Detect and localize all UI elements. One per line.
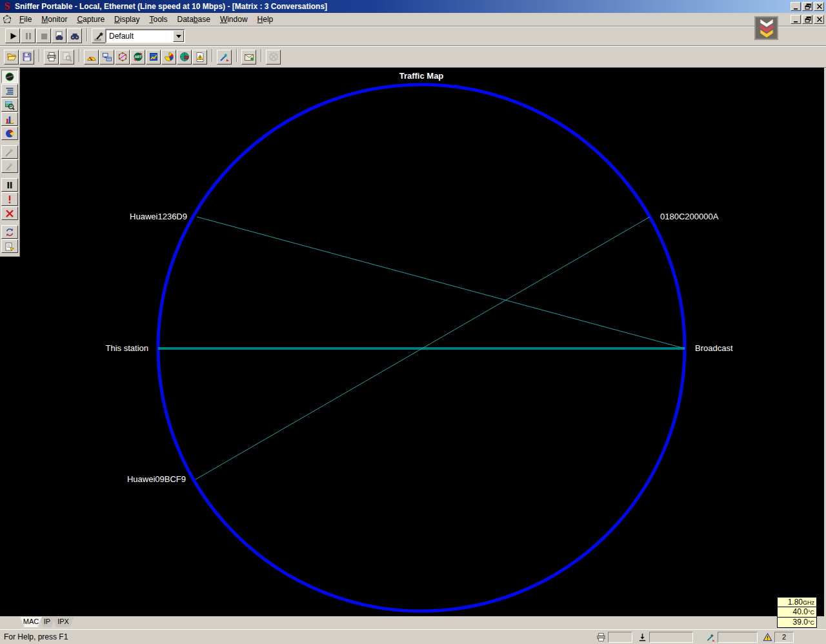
open-file-button[interactable]: [4, 50, 19, 65]
expert-status-icon: [706, 632, 716, 642]
tab-ipx[interactable]: IPX: [52, 617, 74, 627]
matrix-child-icon[interactable]: [2, 14, 12, 25]
menu-tools[interactable]: Tools: [145, 14, 172, 25]
pause-view-button[interactable]: [1, 178, 18, 192]
print-button[interactable]: [44, 50, 59, 65]
conversation-line-huawei1236d9-broadcast[interactable]: [197, 217, 685, 348]
minimize-button[interactable]: [791, 2, 801, 11]
capture-panel-button[interactable]: [217, 50, 232, 65]
sniffer-logo-icon: S: [2, 1, 12, 12]
history-samples-button[interactable]: [146, 50, 161, 65]
menu-window[interactable]: Window: [216, 14, 253, 25]
app-window: S Sniffer Portable - Local, Ethernet (Li…: [0, 0, 826, 644]
node-label-huawei1236d9[interactable]: Huawei1236D9: [130, 212, 187, 221]
update-arrows-button[interactable]: [1, 225, 18, 239]
host-table-button[interactable]: [99, 50, 114, 65]
stop-and-display-button[interactable]: [52, 28, 66, 43]
toolbar-separator: [79, 49, 80, 62]
define-filter-button[interactable]: [92, 28, 106, 43]
open-file-icon: [6, 52, 17, 62]
toolbar-separator: [212, 49, 213, 62]
menu-monitor[interactable]: Monitor: [37, 14, 72, 25]
properties-button[interactable]: [1, 239, 18, 253]
stop-disabled-button[interactable]: [266, 50, 281, 65]
sysmon-unit: GHz: [803, 599, 814, 606]
toolbar-separator: [261, 49, 262, 62]
traffic-map-button[interactable]: [1, 70, 18, 83]
dashboard-button[interactable]: [84, 50, 99, 65]
toolbar-separator: [39, 49, 40, 62]
capture-filter-button[interactable]: [1, 159, 18, 173]
capture-buttons: [5, 28, 107, 44]
close-button[interactable]: [814, 15, 824, 24]
menu-display[interactable]: Display: [110, 14, 145, 25]
node-label-this-station[interactable]: This station: [106, 344, 148, 353]
protocol-distribution-button[interactable]: [161, 50, 176, 65]
profile-combo[interactable]: Default: [105, 29, 185, 43]
restore-button[interactable]: [802, 15, 812, 24]
node-label-huawei09bcf9[interactable]: Huawei09BCF9: [127, 475, 186, 484]
node-label-broadcast[interactable]: Broadcast: [695, 344, 733, 353]
menu-database[interactable]: Database: [172, 14, 215, 25]
toolbar-separator: [86, 28, 88, 41]
zoom-view-button[interactable]: [1, 98, 18, 112]
alarm-log-button[interactable]: [192, 50, 207, 65]
tools-toolbar: ART: [0, 45, 826, 68]
sysmon-value: 39.0: [793, 618, 808, 627]
expert-wand-button[interactable]: [1, 145, 18, 159]
node-label-0180c200000a[interactable]: 0180C200000A: [660, 212, 718, 221]
matrix-button[interactable]: [115, 50, 130, 65]
define-filter-icon: [94, 31, 105, 41]
art-button[interactable]: ART: [130, 50, 145, 65]
menu-capture[interactable]: Capture: [72, 14, 110, 25]
bar-chart-button[interactable]: [1, 112, 18, 126]
print-preview-icon: [62, 52, 72, 62]
cancel-x-button[interactable]: [1, 206, 18, 220]
start-capture-button[interactable]: [5, 28, 20, 43]
sysmon-value: 1.80: [788, 598, 803, 607]
history-samples-icon: [148, 52, 159, 62]
tab-label: IPX: [57, 618, 69, 625]
stop-capture-button[interactable]: [36, 28, 51, 43]
cancel-x-icon: [5, 208, 15, 219]
zoom-view-icon: [5, 100, 15, 110]
menu-file[interactable]: File: [15, 14, 37, 25]
decode-button[interactable]: [241, 50, 256, 65]
sniffer-chevron-logo[interactable]: [754, 16, 778, 40]
sysmon-row: 39.0°C: [777, 618, 817, 628]
printer-status-field: [608, 632, 632, 643]
capture-panel-icon: [219, 52, 230, 62]
alarm-status-icon: [763, 632, 772, 642]
minimize-button[interactable]: [791, 15, 801, 24]
outline-list-button[interactable]: [1, 84, 18, 97]
sysmon-row: 1.80GHz: [777, 597, 817, 607]
pause-capture-button[interactable]: [21, 28, 35, 43]
display-capture-icon: [70, 31, 80, 41]
print-preview-button[interactable]: [59, 50, 74, 65]
display-capture-button[interactable]: [67, 28, 82, 43]
global-statistics-button[interactable]: [177, 50, 192, 65]
save-file-button[interactable]: [19, 50, 34, 65]
sysmon-unit: °C: [808, 609, 814, 616]
tab-mac[interactable]: MAC: [20, 617, 42, 627]
start-capture-icon: [8, 31, 18, 41]
status-panels: 2: [596, 632, 794, 643]
title-bar: S Sniffer Portable - Local, Ethernet (Li…: [0, 0, 826, 13]
protocol-tab-bar: MACIPIPX: [0, 616, 826, 629]
update-arrows-icon: [5, 227, 15, 237]
restore-button[interactable]: [802, 2, 812, 11]
pause-view-icon: [5, 180, 15, 190]
close-button[interactable]: [814, 2, 824, 11]
pie-chart-button[interactable]: [1, 126, 18, 140]
combo-dropdown-button[interactable]: [173, 30, 184, 42]
protocol-distribution-icon: [164, 52, 174, 62]
tool-buttons: ART: [4, 49, 281, 65]
sysmon-value: 40.0: [793, 607, 808, 616]
host-table-icon: [102, 52, 112, 62]
alarm-exclaim-button[interactable]: [1, 192, 18, 206]
window-controls: [791, 2, 824, 11]
dashboard-icon: [86, 52, 97, 62]
menu-help[interactable]: Help: [253, 14, 279, 25]
status-bar: For Help, press F1 2: [0, 629, 826, 644]
outline-list-icon: [5, 86, 15, 96]
